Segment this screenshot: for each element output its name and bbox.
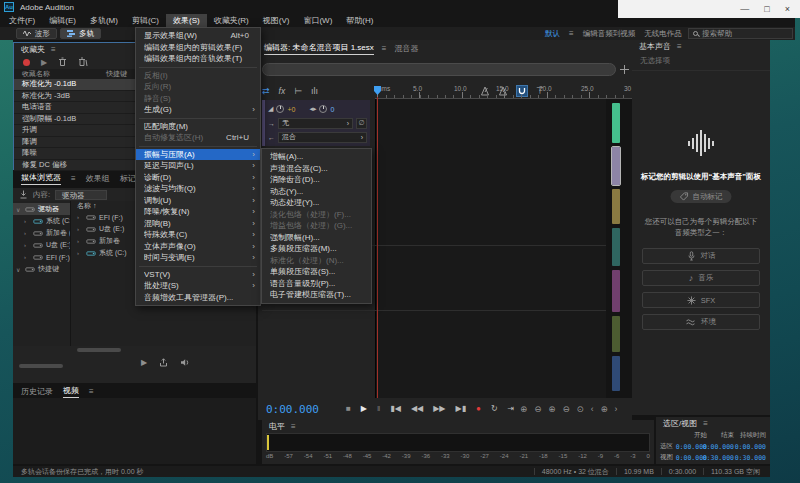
metering-icon[interactable]: ılı [311,86,318,96]
menu-item[interactable]: 反相(I) [136,70,260,82]
tree-item[interactable]: › U盘 (E:) [13,239,70,251]
submenu-item[interactable]: 声道混合器(C)... [262,163,371,175]
tab-history[interactable]: 历史记录 [21,386,53,397]
menu-item[interactable]: 批处理(S) › [136,280,260,292]
input-select[interactable]: 无 › [278,118,353,129]
track-color-strip[interactable] [612,189,620,224]
menu-item[interactable]: 振幅与压限(A) › [136,149,260,161]
sfx-type-button[interactable]: SFX [642,292,760,308]
submenu-item[interactable]: 多频段压缩器(M)... [262,243,371,255]
panel-menu-icon[interactable]: ≡ [703,419,708,428]
preview-play-button[interactable]: ▶ [141,358,147,367]
zoom-out-time-button[interactable]: ⊖ [534,404,541,414]
dialogue-type-button[interactable]: 对话 [642,248,760,264]
caret-icon[interactable]: ∨ [16,266,22,273]
close-button[interactable]: × [785,5,790,14]
menu-item[interactable]: 延迟与回声(L) › [136,160,260,172]
panel-menu-icon[interactable]: ≡ [382,44,387,53]
menu-item[interactable]: 匹配响度(M) [136,121,260,133]
menu-item[interactable]: 降噪/恢复(N) › [136,206,260,218]
multitrack-timeline[interactable] [375,99,632,398]
menubar-item[interactable]: 收藏夹(R) [207,14,256,27]
zoom-navigator[interactable] [262,63,616,76]
track-color-strip[interactable] [612,147,620,185]
fast-forward-button[interactable]: ▶▶ [433,404,445,414]
menu-item[interactable]: 自动修复选区(H) Ctrl+U [136,132,260,144]
tree-item[interactable]: ∨ 驱动器 [13,203,70,215]
skip-to-start-button[interactable]: ▮◀ [390,404,401,414]
caret-icon[interactable]: › [24,230,30,236]
tab-markers[interactable]: 标记 [120,173,136,184]
record-favorite-button[interactable] [23,59,30,66]
list-scrollbar[interactable] [77,348,121,352]
move-tool-icon[interactable]: ⇄ [262,86,270,96]
help-search-input[interactable]: 搜索帮助 [688,28,793,39]
rewind-button[interactable]: ◀◀ [411,404,423,414]
menubar-item[interactable]: 多轨(M) [83,14,125,27]
zoom-in-time-button[interactable]: ⊕ [520,404,527,414]
pan-knob[interactable] [319,105,327,113]
submenu-item[interactable]: 动态处理(Y)... [262,197,371,209]
menubar-item[interactable]: 剪辑(C) [125,14,166,27]
auto-tag-button[interactable]: 自动标记 [671,190,732,203]
level-meter[interactable] [266,433,650,452]
music-type-button[interactable]: ♪ 音乐 [642,270,760,286]
menu-item[interactable]: VST(V) › [136,269,260,281]
zoom-in-selection-button[interactable]: ⊕ [548,404,555,414]
menu-item[interactable]: 特殊效果(C) › [136,229,260,241]
pause-button[interactable]: ‖ [377,404,380,414]
menu-item[interactable]: 滤波与均衡(Q) › [136,183,260,195]
phase-invert-button[interactable]: ∅ [356,118,367,129]
workspace-menu-icon[interactable]: ≡ [569,29,574,38]
loop-preview-button[interactable] [159,358,168,367]
submenu-item[interactable]: 语音音量级别(P)... [262,278,371,290]
track-color-strip[interactable] [612,316,620,352]
insert-icon[interactable] [19,190,28,199]
menu-item[interactable]: 静音(S) [136,93,260,105]
tree-scrollbar[interactable] [19,364,63,368]
workspace-tab-default[interactable]: 默认 [545,29,560,39]
tree-item[interactable]: › EFI (F:) [13,251,70,263]
caret-icon[interactable]: › [77,250,83,256]
stop-button[interactable]: ■ [346,404,351,414]
tree-item[interactable]: › 新加卷 (D:) [13,227,70,239]
tab-video[interactable]: 视频 [63,385,79,398]
output-select[interactable]: 混合 › [278,132,367,143]
scroll-left-button[interactable]: ‹ [591,404,594,414]
menubar-item[interactable]: 视图(V) [256,14,297,27]
loop-playback-button[interactable]: ↻ [491,404,498,414]
menu-item[interactable]: 混响(B) › [136,218,260,230]
track-color-strip[interactable] [612,270,620,312]
timeline-ruler[interactable]: hms 5.010.015.020.025.030 [375,84,632,99]
tab-effects-rack[interactable]: 效果组 [86,173,110,184]
menubar-item[interactable]: 效果(S) [166,14,207,27]
nav-zoom-icon[interactable] [620,65,629,74]
menu-item[interactable]: 立体声声像(O) › [136,241,260,253]
razor-tool-icon[interactable]: ⊢ [294,86,302,96]
tree-item[interactable]: ∨ 快捷键 [13,263,70,275]
caret-icon[interactable]: › [77,214,83,220]
delete-favorite-button[interactable] [58,57,67,67]
scroll-right-button[interactable]: › [615,404,618,414]
waveform-view-button[interactable]: 波形 [16,28,57,39]
menu-item[interactable]: 编辑效果组内的剪辑效果(F) [136,42,260,54]
tab-media-browser[interactable]: 媒体浏览器 [21,172,61,185]
caret-icon[interactable]: › [24,242,30,248]
submenu-item[interactable]: 增幅(A)... [262,151,371,163]
skip-to-end-button[interactable]: ▶▮ [456,404,467,414]
volume-knob[interactable] [276,105,284,113]
caret-icon[interactable]: ∨ [16,206,22,213]
submenu-item[interactable]: 淡化包络（处理）(F)... [262,209,371,221]
panel-menu-icon[interactable]: ≡ [291,422,296,431]
menubar-item[interactable]: 编辑(E) [42,14,83,27]
skip-selection-button[interactable]: ⇥ [508,404,515,414]
zoom-magnify-button[interactable]: ⊕ [600,404,607,414]
submenu-item[interactable]: 增益包络（处理）(G)... [262,220,371,232]
menu-item[interactable]: 生成(G) › [136,104,260,116]
track-color-strip[interactable] [612,228,620,266]
menubar-item[interactable]: 窗口(W) [296,14,339,27]
submenu-item[interactable]: 强制限幅(H)... [262,232,371,244]
caret-icon[interactable]: › [77,238,83,244]
ambience-type-button[interactable]: 环境 [642,314,760,330]
workspace-tab[interactable]: 无线电作品 [644,29,682,39]
